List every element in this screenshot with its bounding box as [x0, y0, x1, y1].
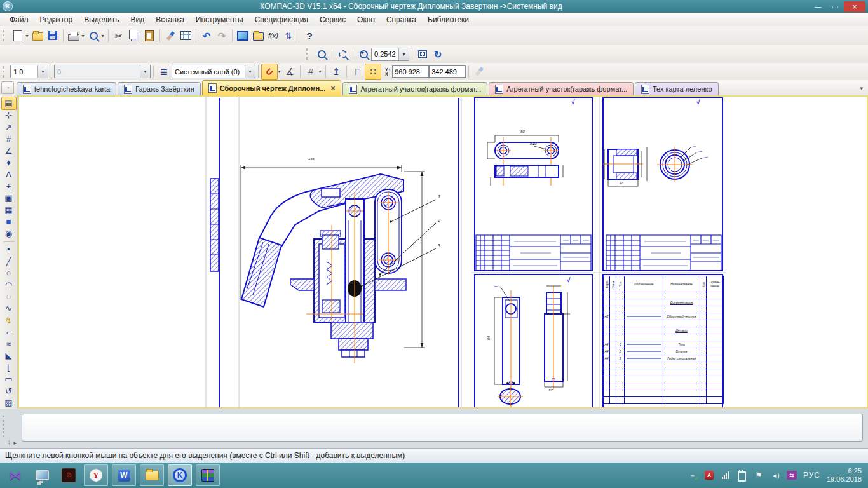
taskbar-file-explorer[interactable]	[140, 464, 164, 486]
menu-specification[interactable]: Спецификация	[249, 14, 314, 25]
property-bar-handle[interactable]	[3, 416, 6, 437]
tab-agregatniy-uchastok-1[interactable]: Агрегатный участок(гаражь формат...	[342, 82, 487, 95]
filled-view-tool-button[interactable]: ■	[2, 215, 16, 227]
zoom-in-button[interactable]: +	[356, 46, 371, 62]
undo-button[interactable]: ↶	[199, 28, 214, 43]
redo-button[interactable]: ↷	[214, 28, 229, 43]
property-bar-panel[interactable]	[22, 414, 863, 442]
combo-arrow-icon[interactable]: ▾	[37, 65, 48, 78]
refresh-view-button[interactable]: ↻	[430, 46, 445, 62]
angle-snap-button[interactable]: ∡	[282, 64, 297, 79]
layers-button[interactable]: ≣	[156, 64, 172, 79]
spline-tool-button[interactable]: ∿	[2, 302, 16, 315]
snap-setup-tool-button[interactable]: #	[2, 133, 16, 146]
new-document-button[interactable]	[10, 28, 25, 43]
menu-insert[interactable]: Вставка	[150, 14, 190, 25]
local-cs-button[interactable]: ↥	[329, 64, 344, 79]
snap-magnet-button[interactable]: ∪	[261, 64, 278, 80]
open-button[interactable]	[30, 28, 45, 43]
library-manager-button[interactable]	[250, 28, 266, 43]
spec-grid-tool-button[interactable]: ▦	[2, 204, 16, 216]
zoom-scale-combo[interactable]: 0.2542 ▾	[371, 48, 409, 61]
menu-editor[interactable]: Редактор	[34, 14, 79, 25]
combo-arrow-icon[interactable]: ▾	[398, 48, 409, 60]
taskbar-yandex-browser[interactable]: Y	[84, 464, 108, 486]
layer-combo[interactable]: Системный слой (0) ▾	[172, 65, 255, 78]
menu-tools[interactable]: Инструменты	[190, 14, 249, 25]
tab-tekh-karta-lelenko[interactable]: Тех карта леленко	[635, 82, 719, 95]
taskbar-system-monitor[interactable]	[31, 465, 53, 485]
lightning-tool-button[interactable]: ↯	[2, 315, 16, 327]
renumber-button[interactable]: ⇅	[281, 28, 296, 43]
circle-tool-button[interactable]: ○	[2, 268, 16, 280]
menu-window[interactable]: Окно	[351, 14, 381, 25]
copy-rotate-tool-button[interactable]: ↺	[2, 385, 16, 397]
save-view-tool-button[interactable]: ▣	[2, 192, 16, 204]
orbit-tool-button[interactable]: ◉	[2, 227, 16, 240]
tab-garazh-zavertkin[interactable]: Гаражь Завёрткин	[118, 82, 201, 95]
local-cs-tool-button[interactable]: ⊹	[2, 110, 16, 122]
fillet-tool-button[interactable]: ⌊	[2, 362, 16, 374]
arc-tool-button[interactable]: ◠	[2, 279, 16, 291]
action-center-flag-icon[interactable]: ⚑	[754, 470, 764, 480]
edit-part-tool-button[interactable]: ✦	[2, 157, 16, 169]
measure-tool-button[interactable]: ↗	[2, 121, 16, 133]
toolbar-drag-handle[interactable]	[3, 66, 7, 78]
zoom-area-button[interactable]	[335, 46, 350, 62]
taskbar-word[interactable]: W	[112, 464, 136, 486]
ellipse-tool-button[interactable]: ◌	[2, 291, 16, 303]
remote-access-icon[interactable]: ⇆	[787, 470, 797, 480]
taskbar-kmplayer[interactable]: ⋈	[4, 465, 27, 485]
coordinate-x-input[interactable]	[392, 65, 429, 78]
menu-view[interactable]: Вид	[125, 14, 151, 25]
language-indicator[interactable]: РУС	[803, 471, 820, 480]
save-button[interactable]	[45, 28, 60, 43]
menu-service[interactable]: Сервис	[314, 14, 351, 25]
print-button[interactable]	[66, 28, 81, 43]
context-help-button[interactable]: ?	[302, 28, 317, 43]
chamfer-tool-button[interactable]: ◣	[2, 349, 16, 362]
point-tool-button[interactable]: •	[2, 244, 16, 256]
perpendicular-tool-button[interactable]: ∠	[2, 145, 16, 157]
polyline-tool-button[interactable]: ⌐	[2, 326, 16, 338]
spec-editor-button[interactable]	[178, 28, 193, 43]
tab-agregatniy-uchastok-2[interactable]: Агрегатный участок(гаражь формат...	[489, 82, 634, 95]
rectangle-tool-button[interactable]: ▭	[2, 374, 16, 386]
panel-pager[interactable]: ⋮ ▸	[6, 440, 17, 446]
power-plug-icon[interactable]	[737, 470, 747, 480]
menu-help[interactable]: Справка	[381, 14, 422, 25]
segment-tool-button[interactable]: ╱	[2, 255, 16, 268]
bezier-tool-button[interactable]: ≈	[2, 338, 16, 350]
cut-button[interactable]: ✂	[111, 28, 126, 43]
menu-select[interactable]: Выделить	[78, 14, 125, 25]
taskbar-winrar[interactable]	[196, 464, 220, 486]
selection-panel-button[interactable]: ▤	[1, 97, 17, 110]
tab-overflow-button[interactable]: ▾	[860, 85, 863, 92]
minimize-button[interactable]: —	[810, 1, 826, 12]
close-button[interactable]: ×	[844, 1, 865, 12]
paste-button[interactable]	[142, 28, 157, 43]
network-signal-icon[interactable]	[721, 470, 731, 480]
current-step-combo[interactable]: 1.0 ▾	[10, 65, 48, 78]
fit-document-button[interactable]	[415, 46, 430, 62]
toolbar-drag-handle[interactable]	[306, 48, 311, 60]
zoom-frame-button[interactable]	[314, 46, 329, 62]
compass-tool-button[interactable]: Λ	[2, 168, 16, 180]
tab-sborochniy-chertezh[interactable]: Сборочный чертеж Дипломн... ×	[202, 80, 342, 95]
menu-file[interactable]: Файл	[4, 14, 34, 25]
round-snap-button[interactable]: ∷	[365, 64, 381, 80]
variables-button[interactable]: f(x)	[266, 28, 281, 43]
ortho-button[interactable]: Г	[349, 64, 365, 79]
plus-minus-tool-button[interactable]: ±	[2, 180, 16, 193]
grid-button[interactable]: #	[303, 64, 318, 79]
clock[interactable]: 6:25 19.06.2018	[827, 467, 862, 484]
tab-tehnologicheskaya-karta[interactable]: tehnologicheskaya-karta	[17, 82, 116, 95]
tab-close-icon[interactable]: ×	[330, 84, 335, 93]
restore-button[interactable]: ▭	[827, 1, 843, 12]
copy-properties-button[interactable]	[163, 28, 178, 43]
combo-arrow-icon[interactable]: ▾	[245, 65, 255, 78]
taskbar-kompas-3d[interactable]: K	[168, 464, 192, 486]
show-windows-button[interactable]	[235, 28, 250, 43]
usb-device-icon[interactable]: ⌁	[688, 470, 698, 480]
taskbar-handprint-app[interactable]: ❋	[57, 465, 80, 485]
